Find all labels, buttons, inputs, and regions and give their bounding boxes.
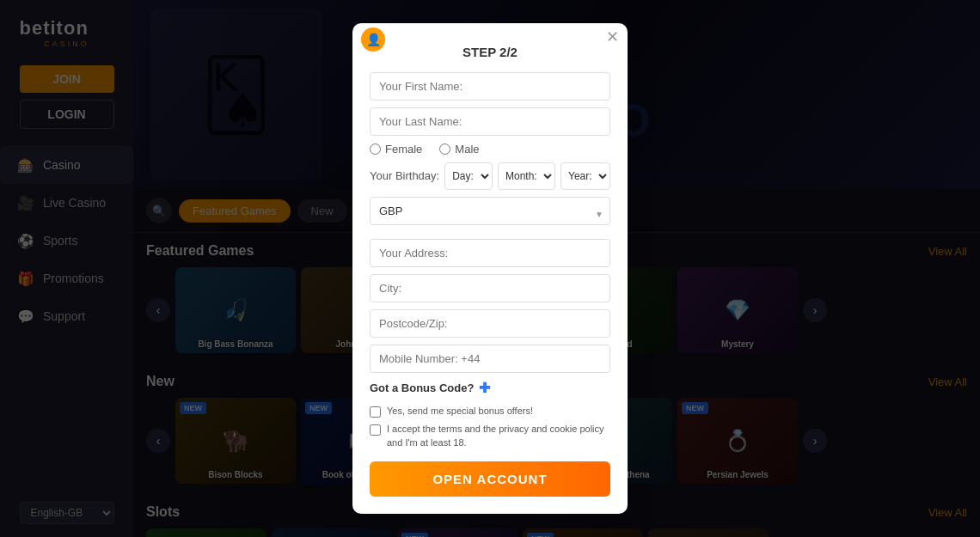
day-select[interactable]: Day: bbox=[444, 162, 493, 190]
birthday-row: Your Birthday: Day: Month: Year: bbox=[370, 162, 610, 190]
first-name-input[interactable] bbox=[370, 72, 610, 101]
male-label: Male bbox=[455, 143, 479, 156]
terms-checkbox[interactable] bbox=[370, 424, 381, 436]
modal-backdrop: 👤 STEP 2/2 ✕ Female Male Your Birthday: … bbox=[0, 0, 980, 537]
currency-wrapper: GBP EUR USD ▼ bbox=[370, 197, 610, 232]
currency-select[interactable]: GBP EUR USD bbox=[370, 197, 610, 225]
female-radio[interactable] bbox=[370, 143, 381, 155]
male-radio-label[interactable]: Male bbox=[439, 143, 479, 156]
special-offers-checkbox-label[interactable]: Yes, send me special bonus offers! bbox=[370, 405, 610, 418]
modal-avatar-icon: 👤 bbox=[361, 27, 385, 52]
birthday-label: Your Birthday: bbox=[370, 169, 439, 182]
registration-modal: 👤 STEP 2/2 ✕ Female Male Your Birthday: … bbox=[352, 23, 628, 514]
last-name-input[interactable] bbox=[370, 107, 610, 136]
year-select[interactable]: Year: bbox=[560, 162, 610, 190]
special-offers-text: Yes, send me special bonus offers! bbox=[387, 405, 533, 418]
bonus-code-row: Got a Bonus Code? ✚ bbox=[370, 380, 610, 396]
terms-checkbox-label[interactable]: I accept the terms and the privacy and c… bbox=[370, 423, 610, 449]
terms-text: I accept the terms and the privacy and c… bbox=[387, 423, 610, 449]
modal-step-label: STEP 2/2 bbox=[462, 45, 518, 59]
gender-radio-group: Female Male bbox=[370, 143, 610, 156]
mobile-input[interactable] bbox=[370, 345, 610, 373]
month-select[interactable]: Month: bbox=[498, 162, 555, 190]
special-offers-checkbox[interactable] bbox=[370, 406, 381, 418]
postcode-input[interactable] bbox=[370, 309, 610, 338]
address-input[interactable] bbox=[370, 239, 610, 267]
modal-header: 👤 STEP 2/2 ✕ bbox=[370, 45, 610, 59]
open-account-button[interactable]: OPEN ACCOUNT bbox=[370, 461, 610, 497]
bonus-code-label: Got a Bonus Code? bbox=[370, 381, 474, 394]
bonus-plus-icon[interactable]: ✚ bbox=[479, 380, 490, 396]
modal-close-button[interactable]: ✕ bbox=[606, 27, 619, 46]
city-input[interactable] bbox=[370, 274, 610, 302]
female-radio-label[interactable]: Female bbox=[370, 143, 422, 156]
male-radio[interactable] bbox=[439, 143, 450, 155]
female-label: Female bbox=[385, 143, 422, 156]
